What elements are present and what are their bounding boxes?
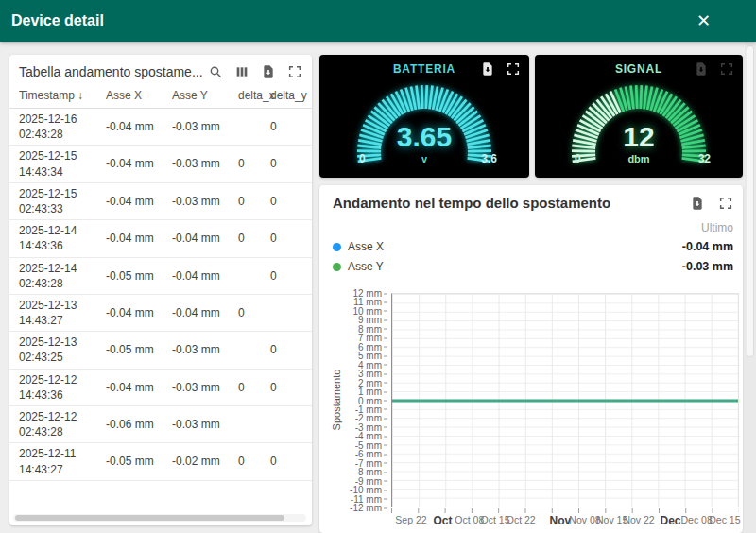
legend-last-value: -0.03 mm xyxy=(682,260,733,273)
table-row[interactable]: 2025-12-1114:43:27-0.05 mm-0.02 mm00 xyxy=(9,443,312,480)
cell-delta-y: 0 xyxy=(270,454,302,469)
close-icon[interactable]: ✕ xyxy=(696,12,711,29)
y-axis-title: Spostamento xyxy=(331,357,342,442)
x-tick-label: Dec 15 xyxy=(709,514,740,525)
x-tick-label: Oct xyxy=(433,514,452,527)
x-tick-label: Sep 22 xyxy=(395,514,426,525)
x-tick-label: Dec 08 xyxy=(680,514,712,525)
table-row[interactable]: 2025-12-1602:43:28-0.04 mm-0.03 mm0 xyxy=(9,109,312,146)
table-row[interactable]: 2025-12-1314:43:27-0.04 mm-0.04 mm0 xyxy=(9,295,312,332)
table-row[interactable]: 2025-12-1402:43:28-0.05 mm-0.04 mm0 xyxy=(9,258,312,295)
legend-label: Asse X xyxy=(348,240,384,253)
cell-delta-x: 0 xyxy=(238,156,270,171)
cell-asse-x: -0.04 mm xyxy=(106,231,172,246)
x-axis-ticks: Sep 22OctOct 08Oct 15Oct 22NovNov 08Nov … xyxy=(391,514,739,529)
col-header-asse-x[interactable]: Asse X xyxy=(106,89,172,102)
legend-item-asse-x[interactable]: Asse X -0.04 mm xyxy=(333,238,733,255)
gauge-tick xyxy=(644,86,647,110)
export-file-icon[interactable] xyxy=(261,64,276,79)
cell-delta-x: 0 xyxy=(238,454,270,469)
cell-asse-y: -0.03 mm xyxy=(172,417,238,432)
legend-label: Asse Y xyxy=(348,260,384,273)
gauge-unit: v xyxy=(319,153,529,164)
legend-last-value: -0.04 mm xyxy=(682,240,733,253)
chart-panel: Andamento nel tempo dello spostamento Ul… xyxy=(319,185,743,533)
x-axis-tick-marks xyxy=(391,508,739,513)
batteria-gauge: BATTERIA 3.65 v 0 3.6 xyxy=(319,55,529,178)
cell-delta-x: 0 xyxy=(238,380,270,395)
gauge-tick xyxy=(636,85,637,109)
series-line-asse-y xyxy=(392,400,738,402)
table-header-row: Timestamp↓ Asse X Asse Y delta_x delta_y xyxy=(9,85,312,109)
gauge-tick xyxy=(421,85,422,109)
cell-asse-x: -0.04 mm xyxy=(106,119,172,134)
cell-delta-y: 0 xyxy=(270,268,302,284)
cell-timestamp: 2025-12-1302:43:25 xyxy=(19,335,106,365)
cell-asse-y: -0.03 mm xyxy=(172,119,238,134)
table-row[interactable]: 2025-12-1302:43:25-0.05 mm-0.03 mm0 xyxy=(9,332,312,369)
legend-dot xyxy=(333,263,341,271)
table-row[interactable]: 2025-12-1414:43:36-0.04 mm-0.04 mm00 xyxy=(9,220,312,257)
cell-timestamp: 2025-12-1414:43:36 xyxy=(19,223,106,253)
search-icon[interactable] xyxy=(208,64,223,79)
cell-delta-x: 0 xyxy=(238,231,270,246)
y-tick-label: -12 mm xyxy=(350,503,387,513)
cell-asse-x: -0.06 mm xyxy=(106,417,172,432)
table-row[interactable]: 2025-12-1514:43:34-0.04 mm-0.03 mm00 xyxy=(9,146,312,182)
cell-delta-y: 0 xyxy=(270,194,302,209)
cell-timestamp: 2025-12-1314:43:27 xyxy=(19,298,106,328)
cell-delta-y: 0 xyxy=(270,342,302,357)
table-row[interactable]: 2025-12-1202:43:28-0.06 mm-0.03 mm xyxy=(9,406,312,443)
cell-asse-x: -0.04 mm xyxy=(106,194,172,209)
dialog-title: Device detail xyxy=(11,12,104,29)
export-file-icon[interactable] xyxy=(694,61,708,76)
cell-asse-x: -0.04 mm xyxy=(106,156,172,171)
table-row[interactable]: 2025-12-1214:43:36-0.04 mm-0.03 mm00 xyxy=(9,370,312,406)
cell-delta-y: 0 xyxy=(270,380,302,395)
last-value-header: Ultimo xyxy=(701,221,733,234)
gauge-unit: dbm xyxy=(535,153,743,164)
gauge-tick xyxy=(426,85,427,109)
cell-timestamp: 2025-12-1114:43:27 xyxy=(19,446,106,476)
x-tick-label: Oct 22 xyxy=(507,514,536,525)
table-toolbar: Tabella andamento spostame... xyxy=(9,55,312,85)
scrollbar-thumb[interactable] xyxy=(15,515,284,521)
cell-asse-y: -0.03 mm xyxy=(172,156,238,171)
fullscreen-icon[interactable] xyxy=(506,61,520,76)
cell-asse-y: -0.04 mm xyxy=(172,231,238,246)
col-header-timestamp[interactable]: Timestamp↓ xyxy=(19,89,106,102)
chart-title: Andamento nel tempo dello spostamento xyxy=(333,195,610,211)
gauge-tick xyxy=(631,86,634,110)
col-header-delta-x[interactable]: delta_x xyxy=(238,89,270,102)
legend-item-asse-y[interactable]: Asse Y -0.03 mm xyxy=(333,258,733,275)
cell-timestamp: 2025-12-1502:43:33 xyxy=(19,186,106,216)
cell-delta-y: 0 xyxy=(270,119,302,134)
cell-timestamp: 2025-12-1514:43:34 xyxy=(19,148,106,179)
cell-timestamp: 2025-12-1402:43:28 xyxy=(19,261,106,291)
table-horizontal-scrollbar[interactable] xyxy=(13,514,306,522)
gauge-tick xyxy=(417,86,420,110)
scrollbar-thumb[interactable] xyxy=(747,45,754,357)
x-tick-label: Nov 22 xyxy=(623,514,654,525)
export-file-icon[interactable] xyxy=(690,196,705,211)
cell-asse-x: -0.05 mm xyxy=(106,342,172,357)
table-title: Tabella andamento spostame... xyxy=(19,64,203,79)
cell-asse-y: -0.03 mm xyxy=(172,342,238,357)
plot-area[interactable] xyxy=(391,293,739,507)
table-row[interactable]: 2025-12-1502:43:33-0.04 mm-0.03 mm00 xyxy=(9,183,312,220)
fullscreen-icon[interactable] xyxy=(719,61,733,76)
fullscreen-icon[interactable] xyxy=(718,196,733,211)
view-columns-icon[interactable] xyxy=(234,64,249,79)
col-header-delta-y[interactable]: delta_y xyxy=(270,89,302,102)
col-header-asse-y[interactable]: Asse Y xyxy=(172,89,238,102)
cell-asse-x: -0.05 mm xyxy=(106,268,172,284)
signal-gauge: SIGNAL 12 dbm 0 32 xyxy=(535,55,743,178)
cell-asse-x: -0.04 mm xyxy=(106,305,172,320)
export-file-icon[interactable] xyxy=(480,61,494,76)
dialog-vertical-scrollbar[interactable] xyxy=(745,42,756,533)
gauge-value: 12 xyxy=(535,123,743,151)
gauge-max-label: 3.6 xyxy=(481,152,497,165)
cell-asse-x: -0.05 mm xyxy=(106,454,172,469)
fullscreen-icon[interactable] xyxy=(287,64,302,79)
cell-asse-y: -0.04 mm xyxy=(172,305,238,320)
